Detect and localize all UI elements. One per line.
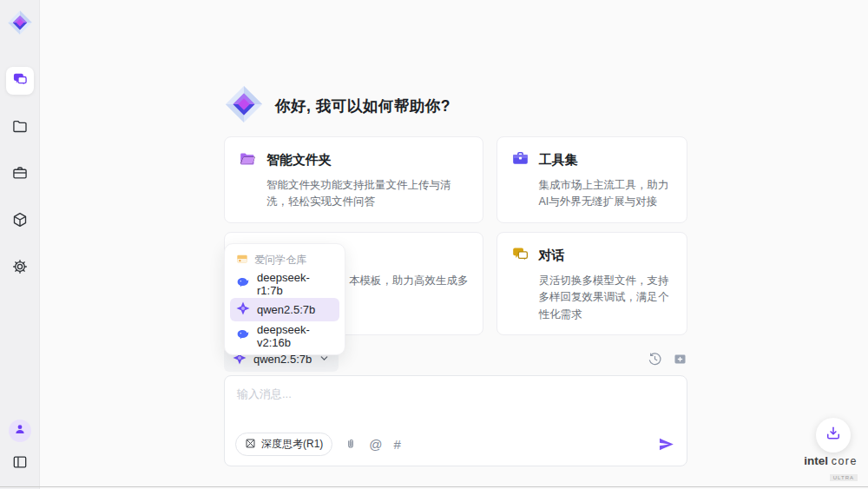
deepseek-whale-icon	[236, 327, 250, 344]
main-area: 你好, 我可以如何帮助你? 智能文件夹 智能文件夹功能支持批量文件上传与清洗，轻…	[40, 0, 868, 489]
message-input[interactable]	[225, 376, 687, 414]
model-option-label: deepseek-v2:16b	[257, 323, 333, 349]
greeting-title: 你好, 我可以如何帮助你?	[275, 96, 450, 116]
new-chat-icon[interactable]	[673, 352, 687, 367]
model-option-deepseek-r1[interactable]: deepseek-r1:7b	[230, 272, 339, 295]
folder-icon	[11, 117, 29, 138]
user-icon	[13, 422, 27, 439]
core-word: core	[832, 455, 858, 467]
gear-icon	[11, 258, 29, 279]
send-button[interactable]	[658, 436, 674, 453]
card-conversation[interactable]: 对话 灵活切换多模型文件，支持多样回复效果调试，满足个性化需求	[496, 232, 688, 335]
model-dropdown: 爱问学仓库 deepseek-r1:7b qwen2.5:7b	[224, 243, 345, 355]
download-button[interactable]	[816, 418, 851, 453]
card-description: 集成市场上主流工具，助力AI与外界无缝扩展与对接	[539, 177, 674, 211]
deep-think-label: 深度思考(R1)	[261, 437, 323, 452]
card-title: 工具集	[539, 152, 578, 169]
intel-word: intel	[804, 454, 828, 467]
chat-icon	[11, 70, 29, 91]
sidebar-item-toolbox[interactable]	[6, 161, 34, 188]
sidebar	[0, 0, 40, 489]
sidebar-item-settings[interactable]	[6, 254, 34, 282]
message-composer: 深度思考(R1) @ #	[224, 375, 687, 466]
model-option-deepseek-v2[interactable]: deepseek-v2:16b	[230, 324, 339, 347]
collapse-panel-icon	[11, 453, 29, 474]
intel-ultra-badge: ultra	[830, 474, 858, 481]
card-title: 智能文件夹	[266, 152, 332, 169]
card-description: 灵活切换多模型文件，支持多样回复效果调试，满足个性化需求	[539, 273, 674, 323]
briefcase-icon	[11, 164, 29, 185]
sidebar-item-chat[interactable]	[6, 67, 34, 95]
intel-core-badge: intel core ultra	[804, 454, 858, 483]
app-logo-large-icon	[224, 84, 264, 128]
attachment-icon[interactable]	[344, 438, 358, 452]
history-icon[interactable]	[648, 352, 662, 367]
card-smart-folder[interactable]: 智能文件夹 智能文件夹功能支持批量文件上传与清洗，轻松实现文件问答	[224, 136, 483, 223]
deep-think-icon	[245, 438, 256, 452]
toolbox-icon	[511, 149, 529, 171]
cube-icon	[11, 211, 29, 232]
download-icon	[825, 425, 842, 446]
mention-icon[interactable]: @	[369, 438, 382, 451]
model-option-label: deepseek-r1:7b	[257, 271, 333, 297]
window-edge	[0, 486, 868, 487]
model-source-label: 爱问学仓库	[254, 253, 306, 268]
app-window: 你好, 我可以如何帮助你? 智能文件夹 智能文件夹功能支持批量文件上传与清洗，轻…	[0, 0, 868, 489]
deep-think-toggle[interactable]: 深度思考(R1)	[235, 433, 332, 456]
user-avatar[interactable]	[9, 420, 31, 442]
card-toolset[interactable]: 工具集 集成市场上主流工具，助力AI与外界无缝扩展与对接	[496, 136, 688, 223]
card-title: 对话	[539, 248, 565, 264]
chat-bubbles-icon	[511, 245, 529, 267]
collapse-sidebar-button[interactable]	[9, 453, 31, 475]
qwen-icon	[236, 301, 250, 318]
sidebar-item-models[interactable]	[6, 208, 34, 235]
sidebar-item-folders[interactable]	[6, 114, 34, 142]
greeting: 你好, 我可以如何帮助你?	[224, 84, 450, 128]
model-option-label: qwen2.5:7b	[257, 303, 315, 316]
folder-purple-icon	[239, 149, 257, 171]
composer-toolbar: 深度思考(R1) @ #	[235, 433, 674, 456]
repository-icon	[236, 253, 248, 268]
app-logo-icon	[7, 10, 33, 36]
card-description: 智能文件夹功能支持批量文件上传与清洗，轻松实现文件问答	[266, 177, 469, 211]
model-option-qwen[interactable]: qwen2.5:7b	[230, 298, 339, 321]
hashtag-icon[interactable]: #	[394, 438, 401, 451]
model-source-header: 爱问学仓库	[225, 250, 345, 269]
deepseek-whale-icon	[236, 275, 250, 292]
